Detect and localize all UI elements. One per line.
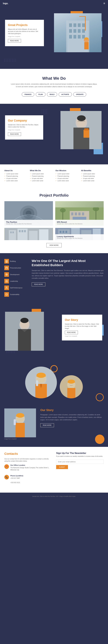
svg-rect-10 [69, 35, 72, 38]
spa-label: SPA Resort Sample text. Click to select … [55, 220, 104, 226]
development-icon [4, 272, 9, 277]
benefits-title: All Benefits [81, 170, 104, 172]
story1-read-more-button[interactable]: READ MORE [65, 331, 78, 334]
hero-dots [4, 59, 16, 62]
building-label: Building [10, 260, 16, 262]
builder-icon-sustainability: Sustainability [4, 292, 27, 297]
portfolio-item-luxury[interactable]: Luxury Apartments Sample text. Click to … [55, 228, 104, 240]
svg-rect-92 [67, 388, 75, 398]
about-us-item-1: Lorem ipsum dolor [4, 173, 27, 175]
contact-office-row: 📍 Our Office Location The Awesome Design… [4, 464, 52, 473]
about-us-item-4: Lorem dolor amet [4, 180, 27, 182]
story1-title: Our Story [65, 318, 99, 322]
leadership-icon [4, 279, 9, 284]
team-circle-large [25, 366, 57, 398]
leadership-label: Leadership [10, 280, 18, 282]
svg-point-100 [16, 413, 24, 418]
builder-icon-building: Building [4, 259, 27, 264]
builder-icon-preconstruction: Preconstruction [4, 266, 27, 270]
story2-description: Paragraph. Lorem ipsum dolor sit amet, c… [40, 414, 104, 421]
contact-office-info: Our Office Location The Awesome Design S… [10, 464, 52, 473]
svg-rect-25 [84, 130, 89, 138]
contacts-right: Sign Up For The Newsletter If you want t… [56, 452, 104, 488]
story2-image [4, 408, 36, 437]
svg-point-35 [60, 208, 66, 212]
pill-finance[interactable]: FINANCE [22, 92, 34, 96]
what-we-do-item-1: Lorem ipsum dolor [30, 173, 53, 175]
portfolio-grid: The Pavilion Sample text. Click to selec… [4, 201, 104, 240]
spa-name: SPA Resort [57, 221, 102, 223]
svg-rect-52 [21, 230, 23, 232]
development-label: Development [10, 274, 19, 276]
pill-activate[interactable]: ACTIVATE [59, 92, 72, 96]
portfolio-item-buildings[interactable] [4, 228, 53, 240]
about-col-what-we-do: What We Do Lorem ipsum dolor Praesent pl… [30, 170, 53, 182]
newsletter-submit-button[interactable]: SUBMIT [56, 465, 68, 469]
about-section: About Us Lorem ipsum dolor Praesent plan… [0, 164, 108, 187]
svg-rect-87 [36, 376, 46, 377]
svg-rect-63 [6, 261, 6, 261]
svg-rect-11 [73, 35, 76, 38]
newsletter-title: Sign Up For The Newsletter [56, 452, 104, 454]
svg-rect-60 [63, 231, 64, 233]
svg-rect-98 [15, 423, 25, 437]
view-more-button[interactable]: VIEW MORE [46, 243, 62, 248]
mission-item-1: Lorem ipsum dolor [55, 173, 78, 175]
benefits-list: Lorem ipsum dolor Praesent planning Ut q… [81, 173, 104, 182]
sustainability-icon [4, 292, 9, 297]
company-dots [42, 110, 47, 114]
phone-number2: +315 915 3121 [10, 482, 23, 484]
svg-rect-66 [7, 262, 7, 262]
contact-phone-row: 📞 Phone (Landline) +315 617 0987 +315 91… [4, 475, 52, 486]
hero-read-more-button[interactable]: READ MORE [8, 39, 21, 42]
builders-read-more-button[interactable]: READ MORE [32, 282, 45, 286]
story2-read-more-button[interactable]: READ MORE [40, 423, 54, 427]
svg-rect-6 [69, 29, 72, 33]
office-label: Our Office Location [10, 464, 52, 466]
svg-rect-53 [24, 230, 26, 232]
mission-item-4: Lorem dolor amet [55, 180, 78, 182]
about-grid: About Us Lorem ipsum dolor Praesent plan… [4, 170, 104, 182]
svg-rect-4 [78, 24, 81, 27]
story1-image [5, 312, 44, 351]
about-us-list: Lorem ipsum dolor Praesent planning Ut q… [4, 173, 27, 182]
story1-section: Our Story Sample text. Click to select t… [0, 304, 108, 362]
svg-marker-73 [5, 280, 8, 282]
luxury-desc: Sample text. Click to select the Text El… [57, 238, 102, 239]
self-performance-icon [4, 286, 9, 290]
svg-rect-40 [75, 212, 77, 215]
contact-phone-info: Phone (Landline) +315 617 0987 +315 915 … [10, 475, 23, 486]
builders-content: We're One Of The Largest And Most Establ… [32, 259, 104, 286]
team-circle-medium [60, 375, 83, 398]
pill-plan[interactable]: PLAN [36, 92, 45, 96]
svg-point-23 [77, 115, 86, 121]
newsletter-email-input[interactable] [56, 460, 104, 464]
about-us-title: About Us [4, 170, 27, 172]
office-address: The Awesome Design Studio Company The co… [10, 466, 52, 471]
benefits-item-3: Ut quis erat dolor [81, 178, 104, 179]
self-performance-label: Self-Performance [10, 287, 22, 289]
hamburger-menu-icon[interactable]: ≡ [104, 2, 105, 5]
svg-point-74 [6, 287, 7, 288]
hero-section: Great Projects Aliqua enim ad minim Aliq… [0, 7, 108, 69]
pill-build[interactable]: BUILD [47, 92, 57, 96]
pavilion-name: The Pavilion [6, 221, 51, 223]
svg-rect-7 [73, 29, 76, 33]
portfolio-item-pavilion[interactable]: The Pavilion Sample text. Click to selec… [4, 201, 53, 226]
svg-rect-2 [69, 24, 72, 27]
pills-container: FINANCE PLAN BUILD ACTIVATE OPERATE [6, 92, 102, 96]
pavilion-label: The Pavilion Sample text. Click to selec… [4, 220, 53, 226]
pill-operate[interactable]: OPERATE [73, 92, 86, 96]
svg-rect-5 [82, 24, 85, 27]
company-read-more-button[interactable]: READ MORE [8, 132, 21, 136]
builder-icon-leadership: Leadership [4, 279, 27, 284]
story2-image-container: Image from Unsplash [4, 408, 36, 440]
phone-icon: 📞 [4, 475, 9, 480]
svg-rect-9 [82, 29, 85, 33]
svg-rect-61 [65, 231, 67, 233]
building-icon [4, 259, 9, 264]
portfolio-item-spa[interactable]: SPA Resort Sample text. Click to select … [55, 201, 104, 226]
company-card: Our Company Sample text. Click to select… [5, 115, 43, 140]
svg-rect-102 [14, 419, 16, 425]
builders-title: We're One Of The Largest And Most Establ… [32, 259, 104, 267]
